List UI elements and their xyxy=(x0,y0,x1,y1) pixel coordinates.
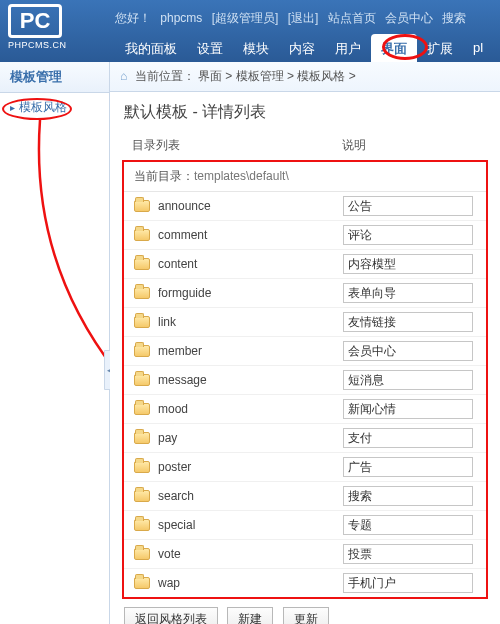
table-row: special xyxy=(124,511,486,540)
folder-icon xyxy=(134,316,150,328)
logo-icon: PC xyxy=(8,4,62,38)
table-row: link xyxy=(124,308,486,337)
table-header: 目录列表 说明 xyxy=(110,131,500,160)
home-icon: ⌂ xyxy=(120,69,127,83)
folder-name[interactable]: announce xyxy=(158,199,343,213)
desc-input[interactable] xyxy=(343,225,473,245)
folder-name[interactable]: wap xyxy=(158,576,343,590)
toplink-member[interactable]: 会员中心 xyxy=(385,11,433,25)
folder-name[interactable]: mood xyxy=(158,402,343,416)
table-row: message xyxy=(124,366,486,395)
desc-input[interactable] xyxy=(343,196,473,216)
top-links: 您好！ phpcms [超级管理员] [退出] 站点首页 会员中心 搜索 xyxy=(115,10,472,27)
app-header: PC PHPCMS.CN 您好！ phpcms [超级管理员] [退出] 站点首… xyxy=(0,0,500,62)
username: phpcms xyxy=(160,11,202,25)
desc-input[interactable] xyxy=(343,399,473,419)
folder-name[interactable]: comment xyxy=(158,228,343,242)
desc-input[interactable] xyxy=(343,283,473,303)
toplink-home[interactable]: 站点首页 xyxy=(328,11,376,25)
content-area: ⌂ 当前位置： 界面 > 模板管理 > 模板风格 > 默认模板 - 详情列表 目… xyxy=(110,62,500,624)
breadcrumb-part[interactable]: 模板风格 xyxy=(297,69,345,83)
nav-item[interactable]: 用户 xyxy=(325,34,371,62)
desc-input[interactable] xyxy=(343,428,473,448)
table-row: vote xyxy=(124,540,486,569)
breadcrumb-label: 当前位置： xyxy=(135,69,195,83)
folder-icon xyxy=(134,548,150,560)
folder-icon xyxy=(134,287,150,299)
folder-icon xyxy=(134,374,150,386)
nav-item[interactable]: 内容 xyxy=(279,34,325,62)
desc-input[interactable] xyxy=(343,254,473,274)
desc-input[interactable] xyxy=(343,544,473,564)
table-row: announce xyxy=(124,192,486,221)
update-button[interactable]: 更新 xyxy=(283,607,329,624)
main-nav: 我的面板设置模块内容用户界面扩展pl xyxy=(115,34,500,62)
folder-name[interactable]: poster xyxy=(158,460,343,474)
folder-icon xyxy=(134,403,150,415)
nav-item[interactable]: 界面 xyxy=(371,34,417,62)
folder-name[interactable]: message xyxy=(158,373,343,387)
current-dir-label: 当前目录： xyxy=(134,169,194,183)
sidebar-title: 模板管理 xyxy=(0,62,109,93)
folder-icon xyxy=(134,490,150,502)
folder-name[interactable]: formguide xyxy=(158,286,343,300)
table-row: pay xyxy=(124,424,486,453)
nav-item[interactable]: 模块 xyxy=(233,34,279,62)
table-row: content xyxy=(124,250,486,279)
desc-input[interactable] xyxy=(343,515,473,535)
folder-name[interactable]: pay xyxy=(158,431,343,445)
nav-item[interactable]: pl xyxy=(463,34,493,62)
desc-input[interactable] xyxy=(343,341,473,361)
action-buttons: 返回风格列表 新建 更新 xyxy=(110,599,500,624)
table-row: comment xyxy=(124,221,486,250)
current-dir-row: 当前目录：templates\default\ xyxy=(124,162,486,192)
toplink-search[interactable]: 搜索 xyxy=(442,11,466,25)
desc-input[interactable] xyxy=(343,370,473,390)
col-desc: 说明 xyxy=(342,137,366,154)
back-button[interactable]: 返回风格列表 xyxy=(124,607,218,624)
logo-url: PHPCMS.CN xyxy=(8,40,103,50)
sidebar-item-template-style[interactable]: 模板风格 xyxy=(0,93,109,122)
folder-name[interactable]: special xyxy=(158,518,343,532)
desc-input[interactable] xyxy=(343,312,473,332)
folder-name[interactable]: member xyxy=(158,344,343,358)
sidebar: 模板管理 模板风格 xyxy=(0,62,110,624)
nav-item[interactable]: 设置 xyxy=(187,34,233,62)
new-button[interactable]: 新建 xyxy=(227,607,273,624)
desc-input[interactable] xyxy=(343,573,473,593)
folder-name[interactable]: link xyxy=(158,315,343,329)
table-row: search xyxy=(124,482,486,511)
nav-item[interactable]: 扩展 xyxy=(417,34,463,62)
table-row: member xyxy=(124,337,486,366)
folder-icon xyxy=(134,432,150,444)
page-title: 默认模板 - 详情列表 xyxy=(110,92,500,131)
table-row: wap xyxy=(124,569,486,597)
col-name: 目录列表 xyxy=(132,137,342,154)
table-row: mood xyxy=(124,395,486,424)
role-link[interactable]: [超级管理员] xyxy=(212,11,279,25)
desc-input[interactable] xyxy=(343,457,473,477)
folder-icon xyxy=(134,200,150,212)
table-row: poster xyxy=(124,453,486,482)
folder-icon xyxy=(134,461,150,473)
folder-icon xyxy=(134,229,150,241)
breadcrumb: ⌂ 当前位置： 界面 > 模板管理 > 模板风格 > xyxy=(110,62,500,92)
greeting: 您好！ xyxy=(115,11,151,25)
folder-name[interactable]: vote xyxy=(158,547,343,561)
current-dir-path: templates\default\ xyxy=(194,169,289,183)
table-row: formguide xyxy=(124,279,486,308)
folder-icon xyxy=(134,519,150,531)
folder-icon xyxy=(134,345,150,357)
folder-icon xyxy=(134,577,150,589)
logo: PC PHPCMS.CN xyxy=(8,4,103,54)
breadcrumb-part[interactable]: 界面 xyxy=(198,69,222,83)
folder-name[interactable]: search xyxy=(158,489,343,503)
folder-icon xyxy=(134,258,150,270)
nav-item[interactable]: 我的面板 xyxy=(115,34,187,62)
breadcrumb-part[interactable]: 模板管理 xyxy=(236,69,284,83)
desc-input[interactable] xyxy=(343,486,473,506)
logout-link[interactable]: [退出] xyxy=(288,11,319,25)
folder-name[interactable]: content xyxy=(158,257,343,271)
directory-table: 当前目录：templates\default\ announcecommentc… xyxy=(122,160,488,599)
